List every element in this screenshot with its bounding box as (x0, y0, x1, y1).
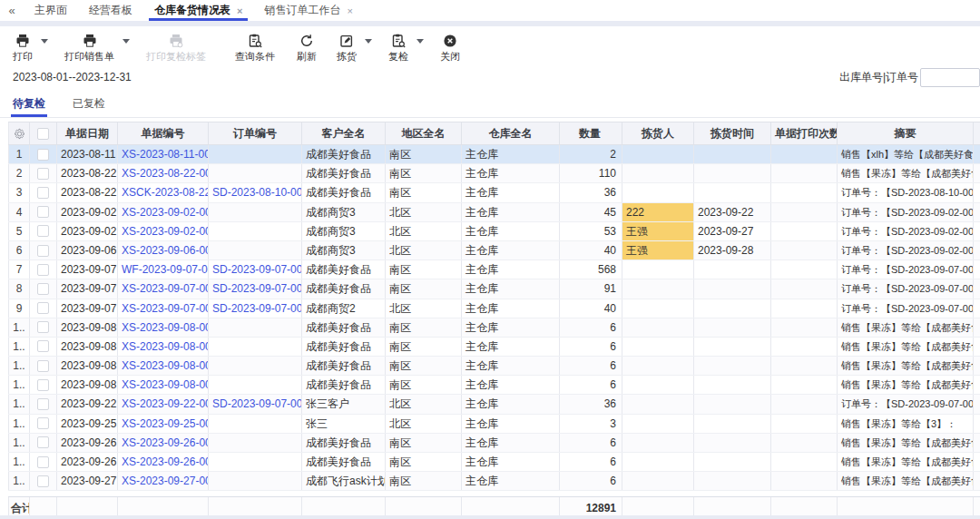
table-row[interactable]: 1.. 2023-09-26 XS-2023-09-26-00032 成都美好食… (8, 434, 980, 453)
cell-order-number[interactable] (209, 241, 302, 260)
cell-order-number[interactable] (209, 203, 302, 221)
row-checkbox[interactable] (37, 436, 49, 448)
cell-doc-number[interactable]: XS-2023-08-11-00013 (118, 145, 209, 163)
cell-order-number[interactable] (209, 472, 302, 490)
row-checkbox[interactable] (37, 264, 49, 276)
collapse-tabs-icon[interactable]: « (0, 0, 24, 21)
cell-doc-number[interactable]: XS-2023-09-26-00033 (118, 453, 209, 471)
cell-order-number[interactable] (209, 222, 302, 240)
column-header-summary[interactable]: 摘要 (838, 122, 974, 144)
row-checkbox[interactable] (37, 379, 49, 391)
table-row[interactable]: 2 2023-08-22 XS-2023-08-22-00014 成都美好食品 … (8, 164, 980, 183)
table-row[interactable]: 1.. 2023-09-22 XS-2023-09-22-00030 SD-20… (8, 395, 980, 414)
row-checkbox[interactable] (37, 475, 49, 487)
table-row[interactable]: 7 2023-09-07 WF-2023-09-07-00003 SD-2023… (8, 260, 980, 279)
row-checkbox[interactable] (37, 456, 49, 468)
subtab-rechecked[interactable]: 已复检 (73, 90, 105, 117)
cell-doc-number[interactable]: XS-2023-09-07-00022 (118, 279, 209, 298)
column-header-qty[interactable]: 数量 (560, 122, 622, 144)
row-checkbox[interactable] (37, 206, 49, 218)
table-row[interactable]: 1 2023-08-11 XS-2023-08-11-00013 成都美好食品 … (8, 145, 980, 164)
tab-sales-order-workbench[interactable]: 销售订单工作台 × (253, 0, 363, 21)
row-checkbox[interactable] (37, 225, 49, 237)
row-checkbox[interactable] (37, 398, 49, 410)
row-checkbox[interactable] (37, 168, 49, 180)
cell-doc-number[interactable]: XS-2023-09-25-00031 (118, 415, 209, 433)
table-row[interactable]: 6 2023-09-06 XS-2023-09-06-00018 成都商贸3 北… (8, 241, 980, 260)
print-sales-order-button[interactable]: 打印销售单 (64, 33, 114, 64)
column-header-pick-time[interactable]: 拣货时间 (694, 122, 771, 144)
tab-main[interactable]: 主界面 (24, 0, 78, 21)
cell-order-number[interactable] (209, 357, 302, 375)
row-checkbox[interactable] (37, 149, 49, 161)
row-checkbox[interactable] (37, 187, 49, 199)
pick-goods-button[interactable]: 拣货 (337, 33, 357, 64)
table-row[interactable]: 1.. 2023-09-08 XS-2023-09-08-00024 成都美好食… (8, 318, 980, 338)
cell-doc-number[interactable]: XSCK-2023-08-22-00001 (118, 183, 209, 201)
row-checkbox[interactable] (37, 283, 49, 295)
pick-goods-dropdown-caret-icon[interactable] (365, 39, 372, 44)
tab-close-icon[interactable]: × (347, 5, 352, 16)
refresh-button[interactable]: 刷新 (297, 33, 317, 64)
cell-order-number[interactable] (209, 434, 302, 452)
cell-doc-number[interactable]: XS-2023-09-07-00023 (118, 299, 209, 318)
cell-order-number[interactable]: SD-2023-09-07-00017 (209, 279, 302, 298)
recheck-dropdown-caret-icon[interactable] (416, 39, 424, 44)
cell-doc-number[interactable]: XS-2023-09-08-00027 (118, 376, 209, 394)
cell-order-number[interactable] (209, 415, 302, 433)
cell-doc-number[interactable]: XS-2023-09-02-00017 (118, 222, 209, 240)
print-button[interactable]: 打印 (13, 33, 33, 64)
select-all-checkbox[interactable] (37, 128, 49, 140)
cell-doc-number[interactable]: XS-2023-09-02-00016 (118, 203, 209, 221)
column-header-doc-date[interactable]: 单据日期 (57, 122, 118, 144)
column-header-warehouse[interactable]: 仓库全名 (462, 122, 560, 144)
table-row[interactable]: 1.. 2023-09-26 XS-2023-09-26-00033 成都美好食… (8, 453, 980, 472)
column-header-print-count[interactable]: 单据打印次数 (771, 122, 838, 144)
cell-doc-number[interactable]: XS-2023-09-27-00034 (118, 472, 209, 490)
column-header-customer[interactable]: 客户全名 (302, 122, 386, 144)
cell-order-number[interactable] (209, 453, 302, 471)
cell-doc-number[interactable]: XS-2023-09-08-00024 (118, 318, 209, 337)
tab-close-icon[interactable]: × (237, 5, 242, 16)
table-row[interactable]: 4 2023-09-02 XS-2023-09-02-00016 成都商贸3 北… (8, 203, 980, 222)
print-sales-order-dropdown-caret-icon[interactable] (122, 39, 130, 44)
row-checkbox[interactable] (37, 360, 49, 372)
table-row[interactable]: 1.. 2023-09-25 XS-2023-09-25-00031 张三 北区… (8, 415, 980, 434)
cell-order-number[interactable]: SD-2023-09-07-00014 (209, 299, 302, 318)
cell-order-number[interactable] (209, 318, 302, 337)
table-row[interactable]: 8 2023-09-07 XS-2023-09-07-00022 SD-2023… (8, 279, 980, 299)
cell-doc-number[interactable]: XS-2023-09-08-00026 (118, 357, 209, 375)
row-checkbox[interactable] (37, 321, 49, 333)
table-row[interactable]: 1.. 2023-09-08 XS-2023-09-08-00026 成都美好食… (8, 357, 980, 376)
table-row[interactable]: 1.. 2023-09-27 XS-2023-09-27-00034 成都飞行a… (8, 472, 980, 491)
cell-doc-number[interactable]: WF-2023-09-07-00003 (118, 260, 209, 279)
cell-order-number[interactable]: SD-2023-08-10-00002 (209, 183, 302, 201)
cell-order-number[interactable] (209, 338, 302, 356)
table-row[interactable]: 5 2023-09-02 XS-2023-09-02-00017 成都商贸3 北… (8, 222, 980, 241)
cell-order-number[interactable] (209, 164, 302, 182)
cell-order-number[interactable] (209, 376, 302, 394)
close-button[interactable]: 关闭 (440, 33, 460, 64)
cell-order-number[interactable]: SD-2023-09-07-00005 (209, 395, 302, 413)
row-checkbox[interactable] (37, 245, 49, 257)
table-row[interactable]: 9 2023-09-07 XS-2023-09-07-00023 SD-2023… (8, 299, 980, 318)
query-conditions-button[interactable]: 查询条件 (235, 33, 275, 64)
tab-dashboard[interactable]: 经营看板 (78, 0, 143, 21)
outbound-order-search-input[interactable] (920, 68, 980, 87)
row-checkbox[interactable] (37, 417, 49, 429)
subtab-pending-recheck[interactable]: 待复检 (13, 90, 45, 117)
recheck-button[interactable]: 复检 (388, 33, 408, 64)
column-header-region[interactable]: 地区全名 (386, 122, 462, 144)
cell-doc-number[interactable]: XS-2023-08-22-00014 (118, 164, 209, 182)
table-row[interactable]: 1.. 2023-09-08 XS-2023-09-08-00027 成都美好食… (8, 376, 980, 395)
table-row[interactable]: 1.. 2023-09-08 XS-2023-09-08-00025 成都美好食… (8, 338, 980, 357)
column-header-doc-number[interactable]: 单据编号 (118, 122, 209, 144)
column-header-picker[interactable]: 拣货人 (622, 122, 694, 144)
cell-doc-number[interactable]: XS-2023-09-26-00032 (118, 434, 209, 452)
row-checkbox[interactable] (37, 302, 49, 314)
tab-warehouse-stock-report[interactable]: 仓库备货情况表 × (143, 0, 253, 21)
cell-doc-number[interactable]: XS-2023-09-06-00018 (118, 241, 209, 260)
cell-order-number[interactable]: SD-2023-09-07-00009 (209, 260, 302, 279)
table-row[interactable]: 3 2023-08-22 XSCK-2023-08-22-00001 SD-20… (8, 183, 980, 202)
cell-doc-number[interactable]: XS-2023-09-22-00030 (118, 395, 209, 413)
